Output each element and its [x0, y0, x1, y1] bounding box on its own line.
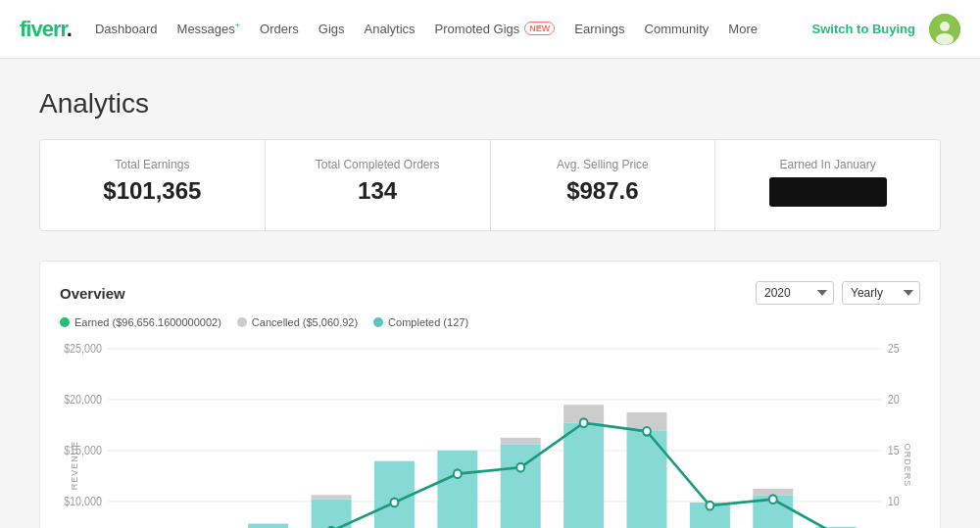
- stat-avg-selling-price: Avg. Selling Price $987.6: [491, 140, 716, 230]
- switch-buying-button[interactable]: Switch to Buying: [812, 22, 915, 36]
- line-dot-aug: [580, 418, 588, 427]
- overview-controls: 2020 2019 2018 Yearly Monthly: [756, 281, 920, 305]
- page-title: Analytics: [39, 88, 941, 120]
- line-dot-jun: [454, 469, 462, 478]
- overview-title: Overview: [60, 285, 125, 302]
- svg-text:20: 20: [888, 394, 900, 407]
- line-dot-may: [391, 499, 399, 507]
- line-dot-oct: [706, 502, 713, 510]
- stat-total-earnings-label: Total Earnings: [64, 158, 241, 171]
- legend-earned: Earned ($96,656.1600000002): [60, 316, 221, 328]
- svg-text:10: 10: [888, 496, 900, 508]
- new-badge: NEW: [524, 22, 555, 35]
- nav-orders[interactable]: Orders: [260, 22, 299, 36]
- nav-community[interactable]: Community: [645, 22, 710, 36]
- axis-revenue-label: REVENUE: [70, 441, 79, 491]
- chart-container: REVENUE ORDERS $25,000 $20,000 $15,000 $…: [60, 338, 920, 528]
- stat-completed-orders-label: Total Completed Orders: [289, 158, 466, 171]
- svg-point-2: [936, 33, 954, 45]
- avatar[interactable]: [929, 14, 960, 45]
- legend-cancelled-label: Cancelled ($5,060.92): [252, 316, 358, 328]
- svg-text:15: 15: [888, 445, 900, 457]
- svg-text:25: 25: [888, 343, 900, 356]
- line-dot-sep: [643, 427, 651, 436]
- stat-completed-orders: Total Completed Orders 134: [266, 140, 491, 230]
- stat-earned-in-january-label: Earned In January: [739, 158, 916, 171]
- chart-svg: $25,000 $20,000 $15,000 $10,000 $5,000 2…: [60, 338, 920, 528]
- axis-orders-label: ORDERS: [904, 444, 913, 488]
- legend-completed-label: Completed (127): [388, 316, 468, 328]
- legend-dot-cancelled: [237, 317, 247, 327]
- redacted-value: [769, 177, 887, 207]
- fiverr-logo: fiverr.: [20, 17, 72, 42]
- stat-completed-orders-value: 134: [289, 177, 466, 205]
- svg-text:$25,000: $25,000: [64, 343, 102, 356]
- bar-jul-cancelled: [501, 438, 541, 445]
- svg-text:$10,000: $10,000: [64, 496, 102, 508]
- nav-messages[interactable]: Messages+: [177, 21, 241, 36]
- overview-header: Overview 2020 2019 2018 Yearly Monthly: [60, 281, 920, 305]
- promoted-gigs-label: Promoted Gigs: [435, 22, 520, 36]
- line-dot-nov: [769, 495, 777, 504]
- year-select[interactable]: 2020 2019 2018: [756, 281, 834, 305]
- nav-more[interactable]: More: [728, 22, 758, 36]
- legend: Earned ($96,656.1600000002) Cancelled ($…: [60, 316, 920, 328]
- stat-earned-in-january-value: [739, 177, 916, 213]
- stat-total-earnings-value: $101,365: [64, 177, 241, 205]
- stat-avg-selling-price-label: Avg. Selling Price: [514, 158, 692, 171]
- svg-text:$20,000: $20,000: [64, 394, 102, 407]
- bar-aug-earned: [564, 423, 604, 528]
- nav-promoted-gigs[interactable]: Promoted Gigs NEW: [435, 22, 556, 36]
- legend-earned-label: Earned ($96,656.1600000002): [74, 316, 221, 328]
- navbar-right: Switch to Buying: [812, 14, 960, 45]
- navbar: fiverr. Dashboard Messages+ Orders Gigs …: [0, 0, 980, 59]
- avatar-image: [929, 14, 960, 45]
- legend-cancelled: Cancelled ($5,060.92): [237, 316, 358, 328]
- bar-may-earned: [374, 461, 415, 528]
- period-select[interactable]: Yearly Monthly: [842, 281, 920, 305]
- nav-dashboard[interactable]: Dashboard: [95, 22, 158, 36]
- stat-earned-in-january: Earned In January: [715, 140, 940, 230]
- nav-links: Dashboard Messages+ Orders Gigs Analytic…: [95, 21, 812, 36]
- nav-earnings[interactable]: Earnings: [574, 22, 624, 36]
- completed-line: [142, 423, 836, 528]
- bar-jun-earned: [437, 451, 477, 528]
- legend-dot-completed: [373, 317, 383, 327]
- stat-avg-selling-price-value: $987.6: [514, 177, 692, 205]
- main-content: Analytics Total Earnings $101,365 Total …: [20, 59, 960, 528]
- bar-sep-earned: [627, 430, 667, 528]
- legend-completed: Completed (127): [373, 316, 468, 328]
- logo-dot: .: [67, 17, 72, 41]
- bar-mar-earned: [248, 524, 288, 528]
- bar-apr-cancelled: [312, 495, 352, 499]
- stat-total-earnings: Total Earnings $101,365: [40, 140, 266, 230]
- svg-point-1: [940, 22, 950, 31]
- stats-card: Total Earnings $101,365 Total Completed …: [39, 139, 941, 231]
- nav-analytics[interactable]: Analytics: [365, 22, 416, 36]
- legend-dot-earned: [60, 317, 70, 327]
- overview-section: Overview 2020 2019 2018 Yearly Monthly E…: [39, 261, 941, 528]
- line-dot-jul: [516, 463, 524, 472]
- nav-gigs[interactable]: Gigs: [318, 22, 345, 36]
